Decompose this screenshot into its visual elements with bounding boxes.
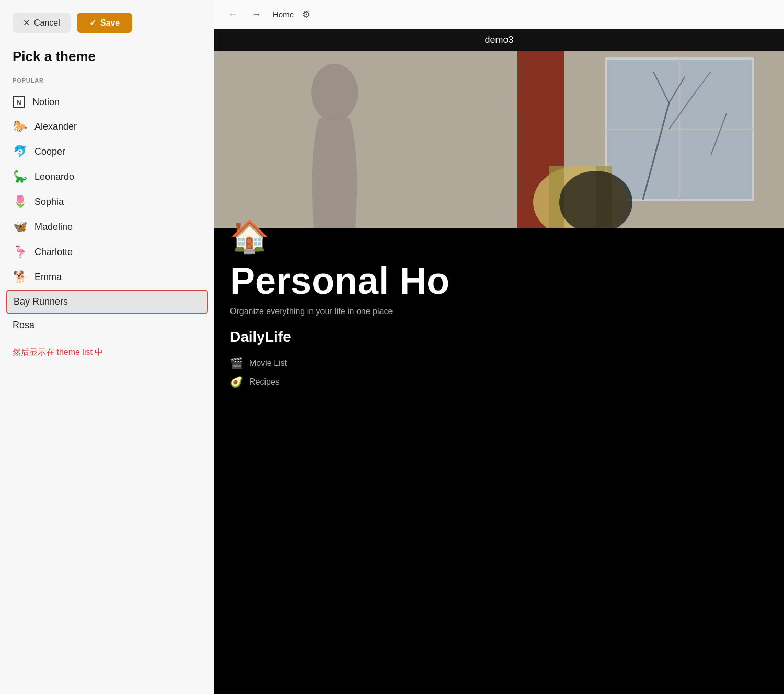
hero-image bbox=[214, 51, 784, 228]
theme-picker-panel: ✕ Cancel ✓ Save Pick a theme POPULAR N N… bbox=[0, 0, 214, 694]
theme-item-madeline[interactable]: 🦋 Madeline bbox=[6, 214, 208, 239]
leonardo-icon: 🦕 bbox=[13, 170, 27, 183]
theme-item-bay-runners[interactable]: Bay Runners bbox=[6, 290, 208, 314]
theme-label-emma: Emma bbox=[34, 272, 62, 283]
theme-label-notion: Notion bbox=[32, 97, 60, 108]
daily-life-heading: DailyLife bbox=[230, 329, 768, 345]
theme-item-rosa[interactable]: Rosa bbox=[6, 314, 208, 337]
forward-button[interactable]: → bbox=[249, 7, 264, 22]
page-heading: Personal Ho bbox=[230, 260, 768, 302]
theme-label-bay-runners: Bay Runners bbox=[14, 296, 68, 307]
recipes-icon: 🥑 bbox=[230, 376, 243, 388]
theme-label-charlotte: Charlotte bbox=[34, 247, 73, 258]
theme-item-sophia[interactable]: 🌷 Sophia bbox=[6, 189, 208, 214]
cancel-label: Cancel bbox=[34, 18, 60, 28]
charlotte-icon: 🦩 bbox=[13, 245, 27, 259]
recipes-label: Recipes bbox=[249, 377, 280, 387]
browser-preview: ← → Home ⚙ demo3 bbox=[214, 0, 784, 694]
settings-icon[interactable]: ⚙ bbox=[302, 9, 310, 20]
theme-label-leonardo: Leonardo bbox=[34, 171, 74, 182]
page-subtitle: Organize everything in your life in one … bbox=[230, 307, 768, 316]
save-label: Save bbox=[100, 18, 120, 28]
browser-page-title: Home bbox=[273, 10, 294, 19]
theme-label-sophia: Sophia bbox=[34, 196, 64, 207]
house-emoji: 🏠 bbox=[230, 218, 768, 255]
theme-item-notion[interactable]: N Notion bbox=[6, 90, 208, 114]
theme-label-rosa: Rosa bbox=[13, 320, 34, 331]
movie-label: Movie List bbox=[249, 358, 287, 368]
theme-item-emma[interactable]: 🐕 Emma bbox=[6, 264, 208, 290]
panel-title: Pick a theme bbox=[0, 43, 214, 77]
theme-label-cooper: Cooper bbox=[34, 146, 65, 157]
list-item-recipes[interactable]: 🥑 Recipes bbox=[230, 373, 768, 391]
theme-label-madeline: Madeline bbox=[34, 222, 73, 233]
svg-point-1 bbox=[311, 64, 358, 121]
sophia-icon: 🌷 bbox=[13, 195, 27, 209]
notion-icon: N bbox=[13, 96, 25, 108]
madeline-icon: 🦋 bbox=[13, 220, 27, 234]
alexander-icon: 🐎 bbox=[13, 120, 27, 133]
theme-list: N Notion 🐎 Alexander 🐬 Cooper 🦕 Leonardo… bbox=[0, 90, 214, 337]
popular-section-label: POPULAR bbox=[0, 77, 214, 90]
browser-bar: ← → Home ⚙ bbox=[214, 0, 784, 29]
theme-label-alexander: Alexander bbox=[34, 121, 77, 132]
theme-item-leonardo[interactable]: 🦕 Leonardo bbox=[6, 164, 208, 189]
movie-icon: 🎬 bbox=[230, 357, 243, 369]
page-content: demo3 bbox=[214, 29, 784, 694]
back-button[interactable]: ← bbox=[225, 7, 240, 22]
theme-item-cooper[interactable]: 🐬 Cooper bbox=[6, 139, 208, 164]
theme-item-alexander[interactable]: 🐎 Alexander bbox=[6, 114, 208, 139]
x-icon: ✕ bbox=[23, 18, 30, 28]
cancel-button[interactable]: ✕ Cancel bbox=[13, 13, 71, 33]
theme-item-charlotte[interactable]: 🦩 Charlotte bbox=[6, 239, 208, 264]
save-button[interactable]: ✓ Save bbox=[77, 13, 132, 33]
check-icon: ✓ bbox=[89, 18, 96, 28]
cooper-icon: 🐬 bbox=[13, 145, 27, 158]
content-below-hero: 🏠 Personal Ho Organize everything in you… bbox=[214, 218, 784, 407]
toolbar: ✕ Cancel ✓ Save bbox=[0, 0, 214, 43]
emma-icon: 🐕 bbox=[13, 270, 27, 284]
annotation-text: 然后显示在 theme list 中 bbox=[0, 337, 214, 368]
demo-label: demo3 bbox=[214, 29, 784, 51]
list-item-movie[interactable]: 🎬 Movie List bbox=[230, 354, 768, 373]
